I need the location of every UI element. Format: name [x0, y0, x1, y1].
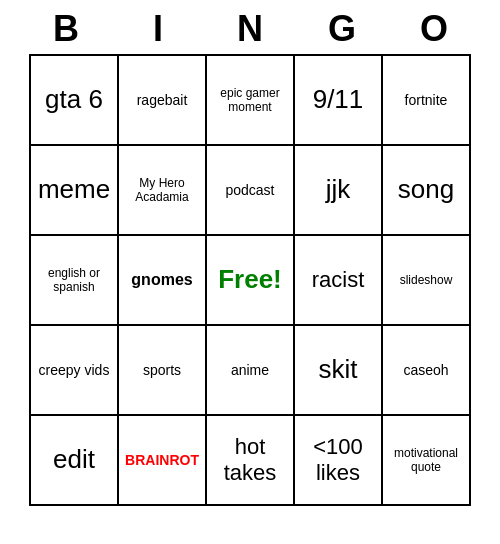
cell-r1c1: gta 6: [31, 56, 119, 146]
cell-r5c5: motivational quote: [383, 416, 471, 506]
cell-r1c5: fortnite: [383, 56, 471, 146]
letter-i: I: [114, 8, 202, 50]
cell-r3c1: english or spanish: [31, 236, 119, 326]
cell-r3c2: gnomes: [119, 236, 207, 326]
cell-r5c3: hot takes: [207, 416, 295, 506]
cell-r4c1: creepy vids: [31, 326, 119, 416]
cell-r2c2: My Hero Acadamia: [119, 146, 207, 236]
cell-r2c5: song: [383, 146, 471, 236]
cell-r4c5: caseoh: [383, 326, 471, 416]
bingo-header: B I N G O: [20, 0, 480, 54]
cell-r5c2: BRAINROT: [119, 416, 207, 506]
cell-r5c4: <100 likes: [295, 416, 383, 506]
cell-r3c4: racist: [295, 236, 383, 326]
bingo-grid: gta 6 ragebait epic gamer moment 9/11 fo…: [29, 54, 471, 506]
letter-n: N: [206, 8, 294, 50]
cell-r1c3: epic gamer moment: [207, 56, 295, 146]
cell-r2c1: meme: [31, 146, 119, 236]
cell-r3c3-free: Free!: [207, 236, 295, 326]
letter-o: O: [390, 8, 478, 50]
cell-r1c2: ragebait: [119, 56, 207, 146]
letter-b: B: [22, 8, 110, 50]
cell-r4c4: skit: [295, 326, 383, 416]
cell-r2c3: podcast: [207, 146, 295, 236]
letter-g: G: [298, 8, 386, 50]
cell-r4c3: anime: [207, 326, 295, 416]
cell-r5c1: edit: [31, 416, 119, 506]
cell-r3c5: slideshow: [383, 236, 471, 326]
cell-r1c4: 9/11: [295, 56, 383, 146]
cell-r4c2: sports: [119, 326, 207, 416]
cell-r2c4: jjk: [295, 146, 383, 236]
